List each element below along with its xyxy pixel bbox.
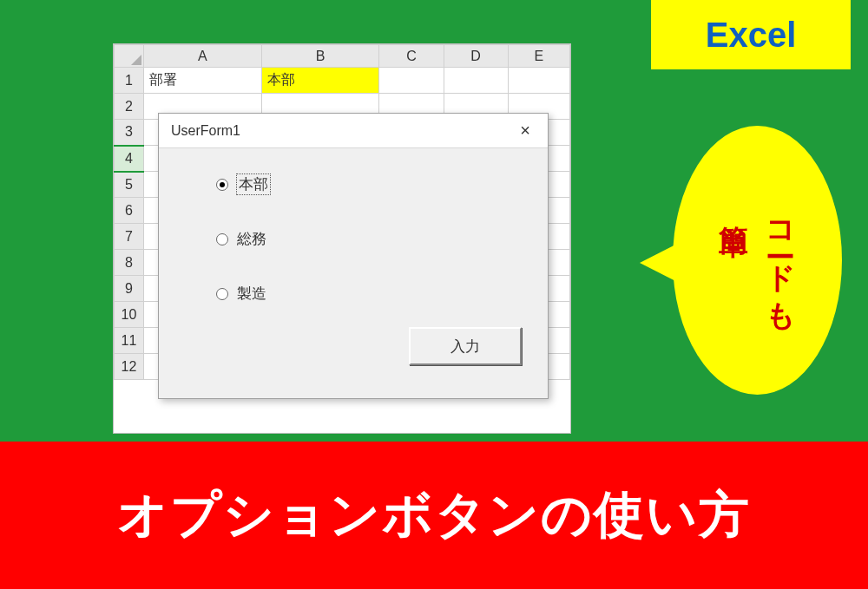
cell-a1[interactable]: 部署 <box>144 68 262 94</box>
excel-badge: Excel <box>651 0 851 69</box>
cell-c1[interactable] <box>379 68 444 94</box>
cell-e1[interactable] <box>508 68 569 94</box>
close-button[interactable]: × <box>506 115 544 147</box>
row-header-10[interactable]: 10 <box>115 302 144 328</box>
close-icon: × <box>520 121 530 141</box>
row-header-5[interactable]: 5 <box>115 172 144 198</box>
bubble-line1: コードも <box>765 203 798 318</box>
bubble-line2: 簡単 <box>718 203 751 210</box>
submit-label: 入力 <box>450 337 480 357</box>
col-header-a[interactable]: A <box>144 45 262 68</box>
row-header-11[interactable]: 11 <box>115 328 144 354</box>
col-header-e[interactable]: E <box>508 45 569 68</box>
radio-option-soumu[interactable]: 総務 <box>185 229 522 249</box>
userform-body: 本部 総務 製造 入力 <box>159 148 548 398</box>
cell-d1[interactable] <box>444 68 508 94</box>
col-header-c[interactable]: C <box>379 45 444 68</box>
radio-option-seizou[interactable]: 製造 <box>185 284 522 304</box>
userform-title: UserForm1 <box>171 123 240 139</box>
select-all-corner[interactable] <box>115 45 144 68</box>
bubble-text: コードも 簡単 <box>710 203 805 318</box>
row-header-6[interactable]: 6 <box>115 198 144 224</box>
radio-icon <box>216 179 228 191</box>
title-banner: オプションボタンの使い方 <box>0 442 868 589</box>
row-header-2[interactable]: 2 <box>115 94 144 120</box>
radio-icon <box>216 288 228 300</box>
row-header-4[interactable]: 4 <box>115 146 144 172</box>
col-header-b[interactable]: B <box>261 45 379 68</box>
radio-icon <box>216 233 228 245</box>
radio-label: 製造 <box>237 284 266 304</box>
userform-titlebar[interactable]: UserForm1 × <box>159 114 548 148</box>
radio-option-honbu[interactable]: 本部 <box>185 174 522 194</box>
col-header-d[interactable]: D <box>444 45 508 68</box>
row-header-12[interactable]: 12 <box>115 354 144 380</box>
row-header-8[interactable]: 8 <box>115 250 144 276</box>
cell-b1[interactable]: 本部 <box>261 68 379 94</box>
userform-dialog: UserForm1 × 本部 総務 製造 入力 <box>158 113 549 399</box>
row-header-7[interactable]: 7 <box>115 224 144 250</box>
row-header-1[interactable]: 1 <box>115 68 144 94</box>
speech-bubble: コードも 簡単 <box>673 126 842 395</box>
row-header-3[interactable]: 3 <box>115 120 144 146</box>
radio-label: 総務 <box>237 229 266 249</box>
radio-label: 本部 <box>237 174 270 194</box>
submit-button[interactable]: 入力 <box>409 327 522 365</box>
banner-text: オプションボタンの使い方 <box>117 481 751 549</box>
row-header-9[interactable]: 9 <box>115 276 144 302</box>
excel-badge-label: Excel <box>706 16 797 55</box>
